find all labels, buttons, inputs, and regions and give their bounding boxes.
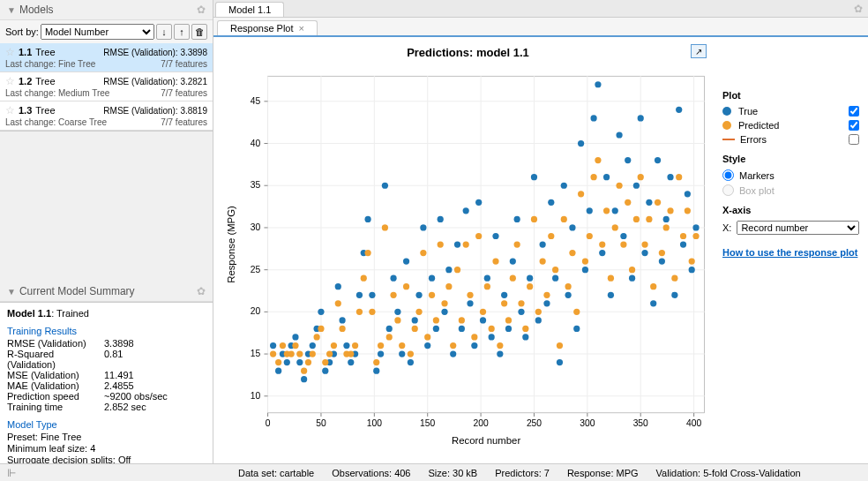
data-point: [364, 250, 370, 256]
data-point: [489, 334, 495, 340]
data-point: [689, 267, 695, 273]
svg-text:15: 15: [251, 349, 261, 358]
data-point: [603, 174, 610, 180]
chart-title: Predictions: model 1.1: [222, 46, 714, 59]
data-point: [587, 207, 593, 214]
star-icon[interactable]: ☆: [5, 75, 15, 87]
data-point: [514, 241, 520, 247]
data-point: [505, 326, 512, 332]
sort-select[interactable]: Model Number: [41, 24, 154, 40]
data-point: [527, 275, 533, 282]
legend-checkbox-predicted[interactable]: [849, 120, 859, 131]
data-point: [369, 309, 375, 315]
data-point: [543, 292, 550, 298]
data-point: [667, 207, 673, 214]
data-point: [322, 368, 328, 374]
legend-checkbox-errors[interactable]: [849, 134, 859, 145]
xaxis-header: X-axis: [722, 205, 859, 215]
data-point: [655, 199, 661, 206]
data-point: [459, 317, 465, 323]
data-point: [692, 224, 699, 230]
data-point: [399, 350, 405, 357]
data-point: [296, 359, 303, 365]
legend-swatch: [722, 121, 731, 130]
data-point: [310, 342, 316, 349]
data-point: [361, 275, 367, 282]
style-header: Style: [722, 154, 859, 164]
data-point: [399, 342, 405, 349]
data-point: [501, 300, 507, 306]
data-point: [671, 292, 677, 298]
xaxis-select[interactable]: Record number: [737, 221, 859, 235]
data-point: [573, 309, 580, 315]
data-point: [343, 342, 349, 349]
data-point: [505, 317, 512, 323]
data-point: [565, 292, 572, 298]
style-radio-markers[interactable]: [722, 169, 734, 181]
data-point: [680, 233, 686, 239]
data-point: [629, 267, 635, 273]
data-point: [445, 283, 452, 289]
metric-row: Prediction speed~9200 obs/sec: [7, 391, 206, 402]
model-item-1.2[interactable]: ☆1.2TreeRMSE (Validation): 3.2821Last ch…: [0, 72, 213, 101]
data-point: [378, 342, 384, 349]
data-point: [522, 334, 528, 340]
gear-icon[interactable]: ✿: [197, 285, 206, 297]
metric-row: MAE (Validation)2.4855: [7, 380, 206, 391]
star-icon[interactable]: ☆: [5, 104, 15, 116]
sort-desc-button[interactable]: ↓: [156, 24, 172, 40]
data-point: [318, 309, 324, 315]
data-point: [390, 275, 396, 282]
collapse-icon[interactable]: ▼: [7, 287, 16, 297]
data-point: [292, 342, 298, 349]
sort-asc-button[interactable]: ↑: [174, 24, 190, 40]
data-point: [501, 292, 507, 298]
legend-checkbox-true[interactable]: [849, 106, 859, 116]
data-point: [467, 300, 473, 306]
data-point: [318, 326, 324, 332]
help-link[interactable]: How to use the response plot: [722, 247, 859, 258]
data-point: [454, 267, 460, 273]
data-point: [565, 283, 572, 289]
data-point: [531, 216, 537, 222]
statusbar-collapse-icon[interactable]: ⊩: [7, 467, 16, 479]
star-icon[interactable]: ☆: [5, 46, 15, 58]
data-point: [608, 275, 614, 282]
gear-icon[interactable]: ✿: [197, 4, 206, 16]
svg-text:20: 20: [251, 306, 261, 316]
data-point: [625, 157, 631, 163]
tab-response-plot[interactable]: Response Plot×: [217, 20, 318, 35]
data-point: [492, 259, 498, 265]
data-point: [420, 224, 426, 230]
svg-text:400: 400: [686, 418, 701, 428]
collapse-icon[interactable]: ▼: [7, 5, 16, 15]
svg-rect-0: [268, 76, 705, 413]
model-item-1.3[interactable]: ☆1.3TreeRMSE (Validation): 3.8819Last ch…: [0, 101, 213, 131]
status-predictors: Predictors: 7: [495, 468, 550, 478]
data-point: [510, 275, 516, 282]
metric-row: RMSE (Validation)3.3898: [7, 338, 206, 349]
legend-swatch: [722, 107, 731, 116]
data-point: [612, 207, 618, 214]
data-point: [467, 292, 473, 298]
expand-plot-button[interactable]: ↗: [691, 44, 707, 58]
svg-text:30: 30: [251, 222, 261, 232]
data-point: [463, 241, 469, 247]
gear-icon[interactable]: ✿: [854, 3, 863, 15]
delete-button[interactable]: 🗑: [191, 24, 207, 40]
data-point: [450, 350, 456, 357]
models-panel-title: Models: [19, 4, 54, 16]
data-point: [305, 359, 311, 365]
close-icon[interactable]: ×: [299, 23, 304, 34]
data-point: [595, 157, 601, 163]
data-point: [582, 259, 588, 265]
data-point: [382, 224, 388, 230]
data-point: [369, 292, 375, 298]
data-point: [552, 275, 558, 282]
tab-model[interactable]: Model 1.1: [215, 2, 284, 17]
model-item-1.1[interactable]: ☆1.1TreeRMSE (Validation): 3.3898Last ch…: [0, 43, 213, 72]
svg-text:150: 150: [420, 418, 435, 428]
data-point: [275, 368, 281, 374]
data-point: [633, 183, 640, 189]
data-point: [415, 292, 422, 298]
